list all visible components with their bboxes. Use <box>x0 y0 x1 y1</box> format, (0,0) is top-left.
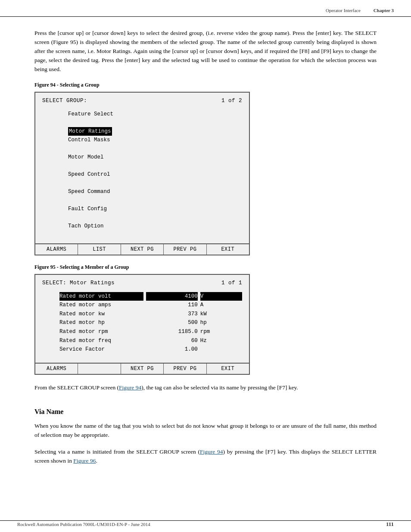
screen-footer-button[interactable]: NEXT PG <box>121 244 164 255</box>
member-label: Rated motor rpm <box>59 327 143 336</box>
member-unit: hp <box>200 318 242 327</box>
screen-footer-button[interactable]: PREV PG <box>164 244 206 255</box>
footer-publisher: Rockwell Automation Publication 7000L-UM… <box>17 522 150 527</box>
screen-95-title: SELECT: Motor Ratings <box>42 280 115 286</box>
screen-list-item: Control Masks <box>68 136 242 144</box>
screen-94-header: SELECT GROUP: 1 of 2 <box>42 98 242 104</box>
para2-prefix: From the SELECT GROUP screen ( <box>34 384 119 391</box>
screen-list-item: Motor Model <box>68 153 242 162</box>
figure-94-screen: SELECT GROUP: 1 of 2 Feature SelectMotor… <box>34 92 250 255</box>
member-unit: A <box>200 301 242 310</box>
figure94-link-1[interactable]: Figure 94 <box>119 384 141 391</box>
screen-94-list: Feature SelectMotor RatingsControl Masks… <box>42 110 242 239</box>
figure-95-caption: Figure 95 - Selecting a Member of a Grou… <box>34 264 377 271</box>
member-label: Rated motor volt <box>59 292 143 301</box>
screen-95-footer: ALARMSNEXT PGPREV PGEXIT <box>35 363 249 374</box>
screen-list-item: Fault Config <box>68 205 242 213</box>
content-area: Press the [cursor up] or [cursor down] k… <box>0 17 411 491</box>
member-unit: V <box>200 292 242 301</box>
screen-footer-button[interactable]: PREV PG <box>164 364 206 374</box>
page-header: Operator Interface Chapter 3 <box>0 0 411 17</box>
screen-95-header: SELECT: Motor Ratings 1 of 1 <box>42 280 242 286</box>
screen-list-item: Feature Select <box>68 110 242 118</box>
member-label: Rated motor freq <box>59 336 143 345</box>
figure-94-caption: Figure 94 - Selecting a Group <box>34 82 377 88</box>
member-unit <box>200 345 242 354</box>
header-section-label: Operator Interface <box>326 8 361 13</box>
screen-footer-button[interactable]: EXIT <box>207 364 249 374</box>
member-unit: Hz <box>200 336 242 345</box>
page-number: 111 <box>386 521 394 528</box>
member-value: 1.00 <box>146 345 198 354</box>
para2-suffix: ), the tag can also be selected via its … <box>141 384 298 391</box>
para3: When you know the name of the tag that y… <box>34 422 377 440</box>
screen-94-title: SELECT GROUP: <box>42 98 87 104</box>
screen-footer-button[interactable]: NEXT PG <box>121 364 164 374</box>
member-label: Rated motor kw <box>59 310 143 319</box>
page: Operator Interface Chapter 3 Press the [… <box>0 0 411 532</box>
screen-footer-button <box>78 364 121 374</box>
screen-footer-button[interactable]: ALARMS <box>35 244 78 255</box>
para4: Selecting via a name is initiated from t… <box>34 448 377 466</box>
member-value: 500 <box>146 318 198 327</box>
screen-95-page: 1 of 1 <box>221 280 242 286</box>
member-value: 110 <box>146 301 198 310</box>
member-label: Service Factor <box>59 345 143 354</box>
screen-list-item: Speed Command <box>68 187 242 196</box>
screen-95-grid: Rated motor volt4100VRated motor amps110… <box>42 292 242 354</box>
figure-95-screen: SELECT: Motor Ratings 1 of 1 Rated motor… <box>34 274 250 375</box>
screen-94-content: SELECT GROUP: 1 of 2 Feature SelectMotor… <box>35 93 249 243</box>
screen-footer-button[interactable]: ALARMS <box>35 364 78 374</box>
member-label: Rated motor hp <box>59 318 143 327</box>
header-chapter-label: Chapter 3 <box>374 8 394 13</box>
member-unit: rpm <box>200 327 242 336</box>
member-unit: kW <box>200 310 242 319</box>
member-value: 60 <box>146 336 198 345</box>
para2: From the SELECT GROUP screen (Figure 94)… <box>34 383 377 392</box>
figure94-link-2[interactable]: Figure 94 <box>200 448 223 455</box>
member-value: 4100 <box>146 292 198 301</box>
page-footer: Rockwell Automation Publication 7000L-UM… <box>0 520 411 524</box>
screen-95-content: SELECT: Motor Ratings 1 of 1 Rated motor… <box>35 275 249 363</box>
screen-footer-button[interactable]: LIST <box>78 244 121 255</box>
screen-94-page: 1 of 2 <box>221 98 242 104</box>
via-name-heading: Via Name <box>34 408 377 416</box>
figure96-link[interactable]: Figure 96 <box>73 457 96 464</box>
screen-94-footer: ALARMSLISTNEXT PGPREV PGEXIT <box>35 243 249 255</box>
screen-list-item: Speed Control <box>68 170 242 179</box>
para4-suffix: . <box>96 457 97 464</box>
para4-prefix: Selecting via a name is initiated from t… <box>34 448 200 455</box>
screen-list-item: Tach Option <box>68 222 242 230</box>
member-value: 1185.0 <box>146 327 198 336</box>
screen-footer-button[interactable]: EXIT <box>207 244 249 255</box>
intro-paragraph: Press the [cursor up] or [cursor down] k… <box>34 29 377 74</box>
member-label: Rated motor amps <box>59 301 143 310</box>
screen-list-item: Motor Ratings <box>68 127 112 136</box>
member-value: 373 <box>146 310 198 319</box>
